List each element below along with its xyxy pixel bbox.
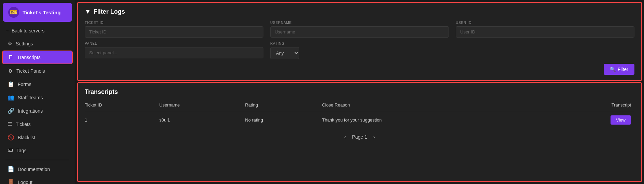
sidebar-item-label: Settings: [16, 41, 33, 46]
sidebar-divider: [5, 160, 69, 160]
tags-icon: 🏷: [8, 147, 13, 154]
sidebar-item-label: Logout: [18, 180, 32, 184]
cell-ticket-id: 1: [85, 111, 159, 129]
rating-label: RATING: [270, 42, 449, 45]
sidebar-item-label: Forms: [18, 82, 31, 87]
filter-panel-group: PANEL: [85, 42, 263, 59]
sidebar-item-logout[interactable]: 🚪 Logout: [2, 176, 73, 184]
tickets-icon: ☰: [8, 121, 12, 127]
filter-grid-row1: TICKET ID USERNAME USER ID: [85, 21, 634, 38]
table-body: 1 s0ul1 No rating Thank you for your sug…: [85, 111, 634, 129]
documentation-icon: 📄: [8, 166, 14, 172]
col-ticket-id: Ticket ID: [85, 100, 159, 111]
col-username: Username: [159, 100, 245, 111]
sidebar-item-staff-teams[interactable]: 👥 Staff Teams: [2, 91, 73, 104]
sidebar-item-label: Documentation: [18, 167, 50, 172]
pagination-label: Page 1: [352, 134, 367, 140]
filter-ticket-id-group: TICKET ID: [85, 21, 263, 38]
filter-username-group: USERNAME: [270, 21, 449, 38]
filter-empty-group: [456, 42, 634, 59]
forms-icon: 📋: [8, 81, 14, 87]
filter-user-id-group: USER ID: [456, 21, 634, 38]
user-id-input[interactable]: [456, 26, 634, 38]
col-transcript: Transcript: [549, 100, 634, 111]
filter-footer: 🔍 Filter: [85, 64, 634, 75]
blacklist-icon: 🚫: [8, 134, 14, 141]
filter-rating-group: RATING Any 1 2 3 4 5: [270, 42, 449, 59]
sidebar-item-settings[interactable]: ⚙ Settings: [2, 37, 73, 50]
sidebar-item-forms[interactable]: 📋 Forms: [2, 78, 73, 90]
username-input[interactable]: [270, 26, 449, 38]
back-label: ← Back to servers: [5, 28, 44, 33]
sidebar-item-label: Blacklist: [18, 135, 35, 140]
sidebar: 🎫 Ticket's Testing ← Back to servers ⚙ S…: [0, 0, 75, 184]
view-button[interactable]: View: [611, 115, 631, 125]
table-header-row: Ticket ID Username Rating Close Reason T…: [85, 100, 634, 111]
ticket-id-label: TICKET ID: [85, 21, 263, 25]
transcripts-table: Ticket ID Username Rating Close Reason T…: [85, 100, 634, 129]
rating-select[interactable]: Any 1 2 3 4 5: [270, 47, 299, 59]
sidebar-item-blacklist[interactable]: 🚫 Blacklist: [2, 131, 73, 144]
filter-button[interactable]: 🔍 Filter: [604, 64, 634, 75]
back-to-servers[interactable]: ← Back to servers: [0, 25, 75, 37]
sidebar-item-tickets[interactable]: ☰ Tickets: [2, 118, 73, 130]
sidebar-item-label: Ticket Panels: [16, 68, 45, 74]
filter-grid-row2: PANEL RATING Any 1 2 3 4 5: [85, 42, 634, 59]
filter-title: ▼ Filter Logs: [85, 8, 634, 15]
username-label: USERNAME: [270, 21, 449, 25]
sidebar-item-ticket-panels[interactable]: 🖱 Ticket Panels: [2, 65, 73, 77]
pagination-prev[interactable]: ‹: [342, 133, 348, 140]
user-id-label: USER ID: [456, 21, 634, 25]
transcripts-section: Transcripts Ticket ID Username Rating Cl…: [77, 82, 642, 182]
table-row: 1 s0ul1 No rating Thank you for your sug…: [85, 111, 634, 129]
sidebar-item-transcripts[interactable]: 🗒 Transcripts: [2, 51, 73, 64]
pagination-next[interactable]: ›: [371, 133, 377, 140]
sidebar-item-integrations[interactable]: 🔗 Integrations: [2, 104, 73, 117]
panel-input[interactable]: [85, 47, 263, 58]
logo-icon: 🎫: [8, 7, 19, 18]
col-rating: Rating: [245, 100, 322, 111]
ticket-id-input[interactable]: [85, 26, 263, 38]
pagination: ‹ Page 1 ›: [85, 133, 634, 140]
sidebar-item-label: Staff Teams: [18, 95, 43, 100]
ticket-panels-icon: 🖱: [8, 68, 13, 74]
logout-icon: 🚪: [8, 179, 14, 184]
sidebar-item-label: Transcripts: [17, 55, 41, 60]
panel-label: PANEL: [85, 42, 263, 45]
sidebar-logo[interactable]: 🎫 Ticket's Testing: [3, 3, 72, 22]
settings-icon: ⚙: [8, 40, 12, 47]
table-header: Ticket ID Username Rating Close Reason T…: [85, 100, 634, 111]
filter-funnel-icon: ▼: [85, 8, 91, 15]
sidebar-item-tags[interactable]: 🏷 Tags: [2, 144, 73, 157]
transcripts-title: Transcripts: [85, 88, 634, 96]
sidebar-bottom: 📄 Documentation 🚪 Logout: [0, 157, 75, 184]
cell-username: s0ul1: [159, 111, 245, 129]
sidebar-item-documentation[interactable]: 📄 Documentation: [2, 163, 73, 175]
main-content: ▼ Filter Logs TICKET ID USERNAME USER ID…: [75, 0, 644, 184]
sidebar-item-label: Tickets: [16, 122, 31, 127]
staff-teams-icon: 👥: [8, 94, 14, 101]
sidebar-item-label: Tags: [16, 148, 27, 153]
cell-transcript: View: [549, 111, 634, 129]
search-icon: 🔍: [610, 67, 616, 72]
cell-rating: No rating: [245, 111, 322, 129]
sidebar-item-label: Integrations: [18, 108, 43, 114]
integrations-icon: 🔗: [8, 108, 14, 114]
transcripts-icon: 🗒: [8, 54, 14, 60]
cell-close-reason: Thank you for your suggestion: [322, 111, 548, 129]
server-name: Ticket's Testing: [23, 10, 60, 15]
filter-section: ▼ Filter Logs TICKET ID USERNAME USER ID…: [77, 2, 642, 81]
col-close-reason: Close Reason: [322, 100, 548, 111]
